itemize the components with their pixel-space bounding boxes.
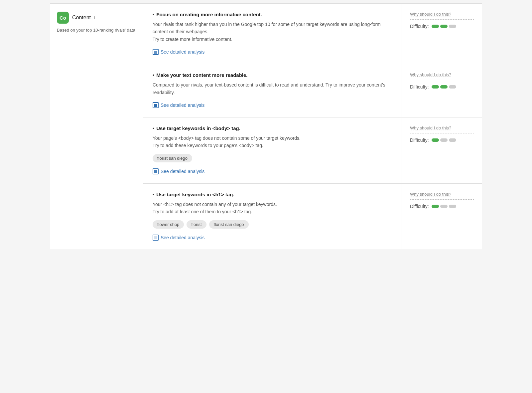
- difficulty-bar-2: [440, 205, 448, 208]
- difficulty-bar-2: [440, 85, 448, 89]
- main-container: Co Content i Based on your top 10-rankin…: [50, 3, 482, 250]
- recommendation-title: • Use target keywords in <body> tag.: [153, 125, 392, 131]
- title-text: Focus on creating more informative conte…: [156, 12, 262, 17]
- info-icon[interactable]: i: [94, 15, 95, 20]
- difficulty-bar-2: [440, 138, 448, 142]
- document-icon: [153, 102, 159, 108]
- difficulty-bar-3: [449, 205, 456, 208]
- document-icon: [153, 49, 159, 55]
- difficulty-row: Difficulty:: [410, 137, 474, 143]
- difficulty-label: Difficulty:: [410, 204, 429, 209]
- why-link[interactable]: Why should I do this?: [410, 125, 474, 133]
- bullet: •: [153, 125, 154, 131]
- difficulty-bar-1: [432, 25, 439, 28]
- sidebar-description: Based on your top 10-ranking rivals' dat…: [57, 27, 136, 34]
- see-analysis-label: See detailed analysis: [161, 169, 204, 174]
- side-cell-4: Why should I do this? Difficulty:: [402, 184, 482, 250]
- why-link[interactable]: Why should I do this?: [410, 192, 474, 200]
- sidebar: Co Content i Based on your top 10-rankin…: [50, 4, 143, 250]
- side-cell-3: Why should I do this? Difficulty:: [402, 117, 482, 183]
- bullet: •: [153, 72, 154, 78]
- see-analysis-label: See detailed analysis: [161, 102, 204, 108]
- side-cell-2: Why should I do this? Difficulty:: [402, 64, 482, 117]
- see-analysis-label: See detailed analysis: [161, 235, 204, 240]
- difficulty-bar-3: [449, 25, 456, 28]
- title-text: Make your text content more readable.: [156, 72, 247, 78]
- keyword-tag: florist san diego: [209, 220, 249, 229]
- see-analysis-link[interactable]: See detailed analysis: [153, 168, 204, 174]
- recommendation-body: Your <h1> tag does not contain any of yo…: [153, 201, 392, 216]
- content-icon: Co: [57, 12, 69, 24]
- recommendation-body: Your page's <body> tag does not contain …: [153, 134, 392, 149]
- bullet: •: [153, 192, 154, 197]
- title-text: Use target keywords in <h1> tag.: [156, 192, 234, 197]
- recommendation-body: Your rivals that rank higher than you in…: [153, 21, 392, 43]
- difficulty-bars: [432, 85, 456, 89]
- recommendation-row-1: • Focus on creating more informative con…: [143, 4, 482, 64]
- recommendation-row-2: • Make your text content more readable. …: [143, 64, 482, 117]
- keyword-tags: flower shopfloristflorist san diego: [153, 220, 392, 229]
- difficulty-label: Difficulty:: [410, 137, 429, 143]
- difficulty-bar-1: [432, 205, 439, 208]
- recommendation-title: • Focus on creating more informative con…: [153, 12, 392, 17]
- difficulty-bar-2: [440, 25, 448, 28]
- main-cell-4: • Use target keywords in <h1> tag. Your …: [143, 184, 402, 250]
- main-cell-3: • Use target keywords in <body> tag. You…: [143, 117, 402, 183]
- sidebar-header: Co Content i: [57, 12, 136, 24]
- difficulty-bars: [432, 25, 456, 28]
- difficulty-bars: [432, 205, 456, 208]
- side-cell-1: Why should I do this? Difficulty:: [402, 4, 482, 64]
- document-icon: [153, 168, 159, 174]
- recommendation-row-3: • Use target keywords in <body> tag. You…: [143, 117, 482, 184]
- keyword-tag: flower shop: [153, 220, 184, 229]
- difficulty-row: Difficulty:: [410, 84, 474, 90]
- recommendation-row-4: • Use target keywords in <h1> tag. Your …: [143, 184, 482, 250]
- content-area: • Focus on creating more informative con…: [143, 4, 482, 250]
- see-analysis-link[interactable]: See detailed analysis: [153, 102, 204, 108]
- difficulty-bar-1: [432, 85, 439, 89]
- bullet: •: [153, 12, 154, 17]
- main-cell-2: • Make your text content more readable. …: [143, 64, 402, 117]
- difficulty-row: Difficulty:: [410, 204, 474, 209]
- keyword-tag: florist: [187, 220, 206, 229]
- recommendation-body: Compared to your rivals, your text-based…: [153, 81, 392, 96]
- keyword-tag: florist san diego: [153, 154, 192, 162]
- difficulty-bar-3: [449, 85, 456, 89]
- document-icon: [153, 235, 159, 241]
- why-link[interactable]: Why should I do this?: [410, 72, 474, 80]
- keyword-tags: florist san diego: [153, 154, 392, 162]
- recommendation-title: • Make your text content more readable.: [153, 72, 392, 78]
- difficulty-bars: [432, 138, 456, 142]
- see-analysis-label: See detailed analysis: [161, 49, 204, 55]
- main-cell-1: • Focus on creating more informative con…: [143, 4, 402, 64]
- recommendation-title: • Use target keywords in <h1> tag.: [153, 192, 392, 197]
- difficulty-row: Difficulty:: [410, 24, 474, 29]
- difficulty-bar-3: [449, 138, 456, 142]
- difficulty-label: Difficulty:: [410, 24, 429, 29]
- sidebar-title: Content: [72, 15, 91, 21]
- see-analysis-link[interactable]: See detailed analysis: [153, 49, 204, 55]
- see-analysis-link[interactable]: See detailed analysis: [153, 235, 204, 241]
- why-link[interactable]: Why should I do this?: [410, 12, 474, 20]
- difficulty-bar-1: [432, 138, 439, 142]
- title-text: Use target keywords in <body> tag.: [156, 125, 240, 131]
- difficulty-label: Difficulty:: [410, 84, 429, 90]
